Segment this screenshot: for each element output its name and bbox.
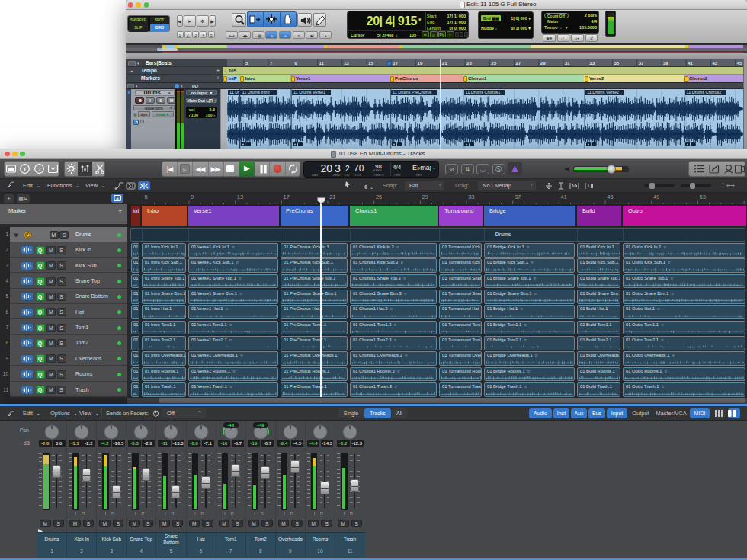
svg-text:?: ? [37, 165, 41, 172]
svg-text:i: i [24, 165, 25, 172]
